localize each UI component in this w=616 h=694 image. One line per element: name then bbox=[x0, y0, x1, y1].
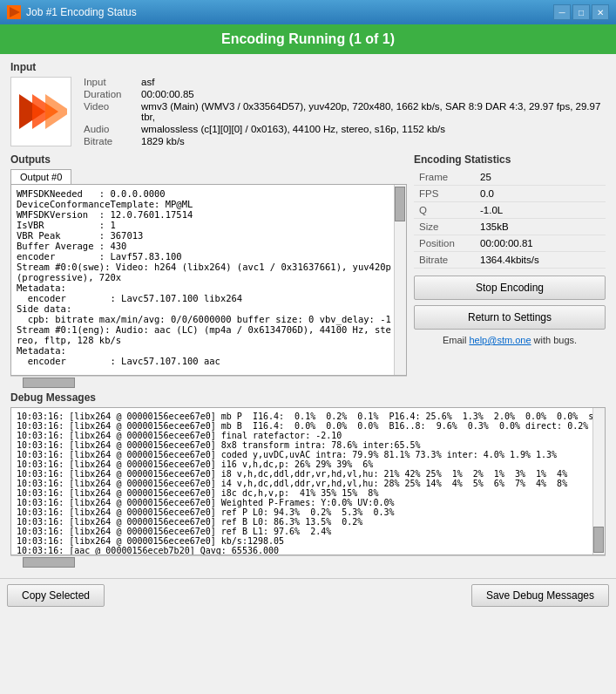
logo-area bbox=[10, 77, 71, 146]
stats-row: Position00:00:00.81 bbox=[414, 235, 606, 252]
stats-row: FPS0.0 bbox=[414, 186, 606, 202]
main-content: Input Input asf Duration 00:00:00. bbox=[0, 54, 616, 575]
maximize-button[interactable]: □ bbox=[572, 4, 590, 20]
stats-row-label: Size bbox=[414, 219, 475, 235]
stats-row-label: Position bbox=[414, 235, 475, 252]
debug-content: 10:03:16: [libx264 @ 00000156ecee67e0] m… bbox=[11, 408, 605, 555]
output-box: WMFSDKNeeded : 0.0.0.0000 DeviceConforma… bbox=[10, 184, 407, 376]
stats-row: Frame25 bbox=[414, 169, 606, 186]
stats-label: Encoding Statistics bbox=[414, 153, 606, 166]
copy-selected-button[interactable]: Copy Selected bbox=[7, 584, 105, 607]
outputs-label: Outputs bbox=[10, 153, 407, 166]
stats-row-label: Q bbox=[414, 202, 475, 219]
input-grid: Input asf Duration 00:00:00.85 Video wmv… bbox=[10, 77, 606, 148]
email-note: Email help@stm.one with bugs. bbox=[414, 335, 606, 345]
bitrate-row: Bitrate 1829 kb/s bbox=[80, 136, 606, 146]
stats-section: Encoding Statistics Frame25FPS0.0Q-1.0LS… bbox=[414, 153, 606, 388]
input-details: Input asf Duration 00:00:00.85 Video wmv… bbox=[80, 77, 606, 148]
debug-hscrollbar[interactable] bbox=[10, 555, 606, 568]
input-section-label: Input bbox=[10, 61, 606, 73]
minimize-button[interactable]: ─ bbox=[553, 4, 571, 20]
output-hscroll-thumb[interactable] bbox=[23, 378, 75, 388]
duration-value: 00:00:00.85 bbox=[141, 89, 606, 99]
bottom-bar: Copy Selected Save Debug Messages bbox=[0, 578, 616, 612]
app-icon bbox=[7, 5, 21, 19]
duration-row: Duration 00:00:00.85 bbox=[80, 89, 606, 99]
stats-row-value: 0.0 bbox=[475, 186, 606, 202]
audio-value: wmalossless (c[1][0][0] / 0x0163), 44100… bbox=[141, 124, 606, 134]
stats-row-value: -1.0L bbox=[475, 202, 606, 219]
debug-scrollbar-thumb[interactable] bbox=[593, 527, 604, 553]
output-scrollbar-thumb[interactable] bbox=[395, 187, 405, 221]
window-title: Job #1 Encoding Status bbox=[26, 6, 553, 18]
debug-section: Debug Messages 10:03:16: [libx264 @ 0000… bbox=[10, 391, 606, 568]
video-value: wmv3 (Main) (WMV3 / 0x33564D57), yuv420p… bbox=[141, 101, 606, 122]
debug-hscroll-thumb[interactable] bbox=[23, 557, 75, 568]
audio-row: Audio wmalossless (c[1][0][0] / 0x0163),… bbox=[80, 124, 606, 134]
outputs-section: Outputs Output #0 WMFSDKNeeded : 0.0.0.0… bbox=[10, 153, 407, 388]
stats-table: Frame25FPS0.0Q-1.0LSize135kBPosition00:0… bbox=[414, 169, 606, 269]
output-content: WMFSDKNeeded : 0.0.0.0000 DeviceConforma… bbox=[11, 185, 406, 375]
input-value: asf bbox=[141, 77, 606, 87]
input-label: Input bbox=[80, 77, 141, 87]
stats-row-value: 25 bbox=[475, 169, 606, 186]
video-row: Video wmv3 (Main) (WMV3 / 0x33564D57), y… bbox=[80, 101, 606, 122]
svg-marker-1 bbox=[10, 7, 20, 17]
input-row: Input asf bbox=[80, 77, 606, 87]
duration-label: Duration bbox=[80, 89, 141, 99]
outputs-stats-row: Outputs Output #0 WMFSDKNeeded : 0.0.0.0… bbox=[10, 153, 606, 388]
email-link[interactable]: help@stm.one bbox=[469, 335, 531, 345]
stats-row-value: 135kB bbox=[475, 219, 606, 235]
debug-scrollbar[interactable] bbox=[592, 408, 605, 555]
app-logo bbox=[15, 85, 67, 138]
save-debug-button[interactable]: Save Debug Messages bbox=[471, 584, 609, 607]
output-tab[interactable]: Output #0 bbox=[10, 169, 71, 184]
stats-row-label: Frame bbox=[414, 169, 475, 186]
encoding-status-bar: Encoding Running (1 of 1) bbox=[0, 24, 616, 54]
close-button[interactable]: ✕ bbox=[592, 4, 609, 20]
debug-label: Debug Messages bbox=[10, 391, 606, 404]
bitrate-value: 1829 kb/s bbox=[141, 136, 606, 146]
stats-row: Q-1.0L bbox=[414, 202, 606, 219]
stop-encoding-button[interactable]: Stop Encoding bbox=[414, 276, 606, 300]
output-hscrollbar[interactable] bbox=[10, 376, 407, 388]
window-controls: ─ □ ✕ bbox=[553, 4, 609, 20]
debug-box: 10:03:16: [libx264 @ 00000156ecee67e0] m… bbox=[10, 407, 606, 555]
output-scrollbar[interactable] bbox=[394, 185, 406, 375]
video-label: Video bbox=[80, 101, 141, 122]
status-text: Encoding Running (1 of 1) bbox=[221, 31, 395, 46]
stats-row: Size135kB bbox=[414, 219, 606, 235]
stats-row-value: 1364.4kbits/s bbox=[475, 252, 606, 269]
bitrate-label: Bitrate bbox=[80, 136, 141, 146]
audio-label: Audio bbox=[80, 124, 141, 134]
title-bar: Job #1 Encoding Status ─ □ ✕ bbox=[0, 0, 616, 24]
input-section: Input Input asf Duration 00:00:00. bbox=[10, 61, 606, 148]
stats-row-value: 00:00:00.81 bbox=[475, 235, 606, 252]
stats-row-label: FPS bbox=[414, 186, 475, 202]
return-to-settings-button[interactable]: Return to Settings bbox=[414, 305, 606, 330]
stats-row-label: Bitrate bbox=[414, 252, 475, 269]
stats-row: Bitrate1364.4kbits/s bbox=[414, 252, 606, 269]
